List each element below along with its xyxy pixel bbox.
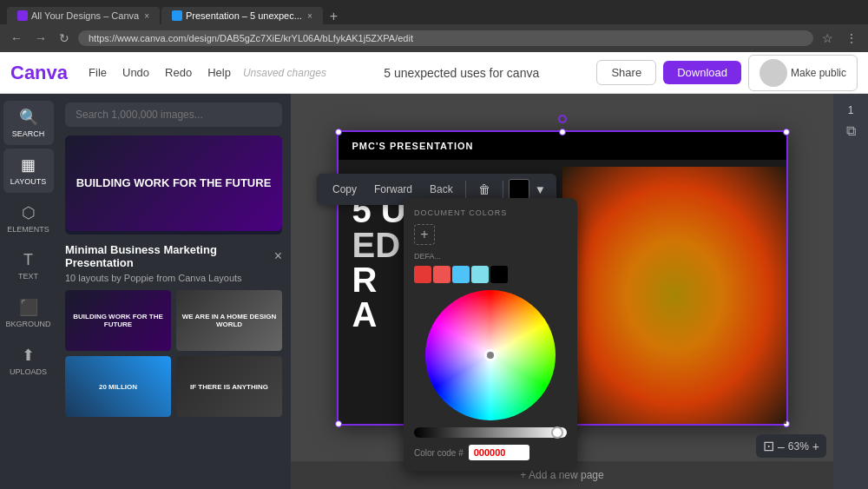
zoom-minus-button[interactable]: – bbox=[778, 439, 785, 453]
background-icon: ⬛ bbox=[19, 298, 38, 317]
brightness-slider[interactable] bbox=[414, 427, 567, 438]
download-button[interactable]: Download bbox=[663, 61, 741, 84]
header-menu: File Undo Redo Help Unsaved changes bbox=[82, 63, 326, 83]
toolbar-divider-2 bbox=[503, 181, 503, 198]
sidebar-item-elements[interactable]: ⬡ ELEMENTS bbox=[3, 196, 54, 241]
search-input[interactable] bbox=[65, 102, 282, 127]
new-tab-button[interactable]: + bbox=[325, 9, 343, 24]
tab-close-canva[interactable]: × bbox=[144, 11, 149, 21]
menu-help[interactable]: Help bbox=[201, 63, 238, 83]
canvas-area[interactable]: Copy Forward Back 🗑 ▼ DOCUMENT COLORS + … bbox=[291, 94, 833, 489]
sidebar-label-text: TEXT bbox=[18, 272, 38, 281]
sidebar-label-background: BKGROUND bbox=[6, 320, 51, 328]
sidebar-label-search: SEARCH bbox=[12, 129, 45, 138]
menu-button[interactable]: ⋮ bbox=[842, 30, 861, 47]
document-title: 5 unexpected uses for canva bbox=[337, 66, 586, 80]
template-text-4: IF THERE IS ANYTHING bbox=[187, 380, 271, 393]
swatch-red[interactable] bbox=[414, 266, 431, 283]
make-public-button[interactable]: Make public bbox=[748, 55, 858, 91]
delete-button[interactable]: 🗑 bbox=[471, 179, 497, 200]
default-label: DEFA... bbox=[414, 252, 567, 261]
sidebar-label-layouts: LAYOUTS bbox=[10, 177, 46, 186]
menu-undo[interactable]: Undo bbox=[115, 63, 156, 83]
back-button[interactable]: ← bbox=[7, 30, 26, 47]
template-item-2[interactable]: WE ARE IN A HOME DESIGN WORLD bbox=[176, 290, 282, 351]
browser-tab-pres[interactable]: Presentation – 5 unexpec... × bbox=[161, 7, 323, 24]
swatch-black[interactable] bbox=[490, 266, 508, 283]
color-picker-popup: DOCUMENT COLORS + DEFA... bbox=[404, 198, 577, 471]
swatch-row bbox=[414, 266, 567, 283]
handle-tm[interactable] bbox=[559, 129, 566, 135]
handle-tl[interactable] bbox=[335, 129, 342, 135]
color-swatches bbox=[414, 266, 567, 283]
template-thumb-1: BUILDING WORK FOR THE FUTURE bbox=[65, 290, 171, 351]
left-panel: BUILDING WORK FOR THE FUTURE Minimal Bus… bbox=[56, 94, 291, 489]
color-swatch-button[interactable] bbox=[509, 179, 529, 200]
handle-tr[interactable] bbox=[783, 129, 790, 135]
layouts-icon: ▦ bbox=[21, 155, 36, 175]
forward-button[interactable]: → bbox=[31, 30, 50, 47]
toolbar-divider bbox=[465, 181, 466, 198]
copy-button[interactable]: Copy bbox=[326, 180, 364, 199]
add-page-button[interactable]: + Add a new page bbox=[520, 469, 603, 481]
bookmark-button[interactable]: ☆ bbox=[819, 30, 837, 47]
slide-header: PMC'S PRESENTATION bbox=[339, 132, 786, 160]
color-picker-title: DOCUMENT COLORS bbox=[414, 208, 567, 217]
tab-close-pres[interactable]: × bbox=[307, 11, 312, 21]
sidebar-item-background[interactable]: ⬛ BKGROUND bbox=[3, 291, 54, 335]
swatch-lightblue[interactable] bbox=[452, 266, 470, 283]
template-item-3[interactable]: 20 MILLION bbox=[65, 356, 171, 417]
panel-subtitle: 10 layouts by Poppie from Canva Layouts bbox=[65, 273, 282, 283]
browser-tab-canva[interactable]: All Your Designs – Canva × bbox=[7, 7, 160, 24]
menu-redo[interactable]: Redo bbox=[158, 63, 199, 83]
present-button[interactable]: ⊡ bbox=[763, 438, 774, 454]
color-wheel-svg[interactable] bbox=[425, 290, 556, 420]
app-header: Canva File Undo Redo Help Unsaved change… bbox=[0, 52, 868, 94]
refresh-button[interactable]: ↻ bbox=[56, 30, 73, 47]
header-actions: Share Download Make public bbox=[596, 55, 858, 91]
uploads-icon: ⬆ bbox=[22, 346, 35, 365]
add-color-button[interactable]: + bbox=[414, 224, 435, 245]
panel-title-row: Minimal Business Marketing Presentation … bbox=[65, 243, 282, 269]
zoom-level: 63% bbox=[788, 440, 809, 453]
swatch-lightred[interactable] bbox=[433, 266, 450, 283]
browser-chrome: All Your Designs – Canva × Presentation … bbox=[0, 0, 868, 52]
zoom-plus-button[interactable]: + bbox=[812, 439, 819, 453]
template-thumb-4: IF THERE IS ANYTHING bbox=[176, 356, 282, 417]
sidebar-label-uploads: UPLOADS bbox=[10, 367, 47, 376]
color-code-row: Color code # bbox=[414, 445, 567, 460]
color-code-input[interactable] bbox=[469, 445, 529, 460]
search-icon: 🔍 bbox=[19, 108, 38, 127]
make-public-label: Make public bbox=[791, 67, 846, 79]
sidebar: 🔍 SEARCH ▦ LAYOUTS ⬡ ELEMENTS T TEXT ⬛ B… bbox=[0, 94, 56, 489]
panel-close-button[interactable]: × bbox=[274, 248, 282, 264]
template-item-4[interactable]: IF THERE IS ANYTHING bbox=[176, 356, 282, 417]
right-sidebar: 1 ⧉ bbox=[833, 94, 868, 489]
browser-toolbar: ← → ↻ ☆ ⋮ bbox=[0, 24, 868, 52]
rotate-handle[interactable] bbox=[558, 115, 567, 123]
template-item-1[interactable]: BUILDING WORK FOR THE FUTURE bbox=[65, 290, 171, 351]
dropdown-button[interactable]: ▼ bbox=[533, 180, 548, 200]
forward-button[interactable]: Forward bbox=[367, 180, 419, 199]
pres-favicon bbox=[172, 10, 182, 21]
swatch-cyan[interactable] bbox=[471, 266, 489, 283]
brightness-thumb[interactable] bbox=[551, 426, 563, 439]
template-text-3: 20 MILLION bbox=[96, 380, 140, 393]
sidebar-label-elements: ELEMENTS bbox=[7, 225, 49, 234]
color-wheel-container[interactable] bbox=[425, 290, 556, 420]
slide-background bbox=[562, 167, 786, 424]
url-bar[interactable] bbox=[78, 30, 813, 46]
sidebar-item-layouts[interactable]: ▦ LAYOUTS bbox=[3, 149, 54, 193]
back-button[interactable]: Back bbox=[423, 180, 460, 199]
share-button[interactable]: Share bbox=[596, 60, 656, 85]
sidebar-item-uploads[interactable]: ⬆ UPLOADS bbox=[3, 339, 54, 383]
template-text-2: WE ARE IN A HOME DESIGN WORLD bbox=[176, 310, 282, 331]
page-number: 1 bbox=[848, 104, 854, 116]
copy-page-icon[interactable]: ⧉ bbox=[846, 123, 856, 139]
menu-file[interactable]: File bbox=[82, 63, 114, 83]
text-icon: T bbox=[23, 251, 33, 269]
template-preview: BUILDING WORK FOR THE FUTURE bbox=[65, 135, 282, 235]
sidebar-item-search[interactable]: 🔍 SEARCH bbox=[3, 101, 54, 145]
avatar bbox=[760, 59, 787, 87]
sidebar-item-text[interactable]: T TEXT bbox=[3, 244, 54, 287]
